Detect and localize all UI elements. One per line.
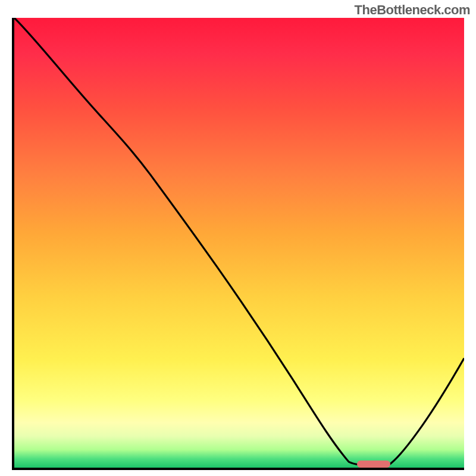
watermark-text: TheBottleneck.com	[355, 2, 470, 18]
curve-svg	[14, 18, 464, 468]
optimal-range-marker	[357, 461, 390, 468]
chart-container: TheBottleneck.com	[0, 0, 476, 476]
plot-area	[12, 18, 464, 470]
bottleneck-curve	[14, 18, 464, 465]
